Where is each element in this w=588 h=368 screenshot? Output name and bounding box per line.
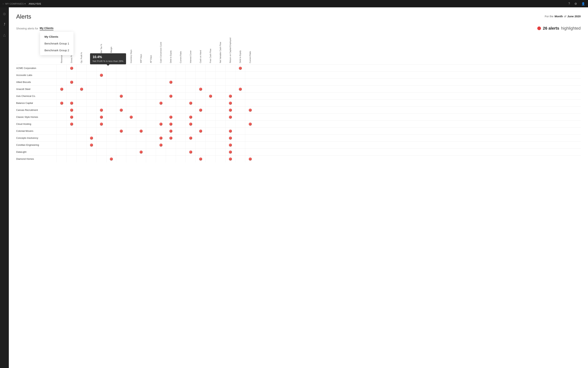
cell-6-7[interactable] — [126, 107, 136, 114]
alert-dot-icon[interactable] — [90, 144, 93, 147]
cell-11-12[interactable] — [176, 142, 186, 148]
cell-12-7[interactable] — [126, 148, 136, 156]
cell-3-10[interactable] — [156, 86, 166, 93]
alert-dot-icon[interactable] — [169, 116, 172, 119]
cell-11-7[interactable] — [126, 142, 136, 148]
cell-4-8[interactable] — [136, 93, 146, 100]
cell-4-19[interactable] — [245, 93, 255, 100]
cell-0-16[interactable] — [215, 65, 225, 72]
cell-10-15[interactable] — [205, 135, 215, 142]
cell-9-18[interactable] — [235, 128, 245, 135]
alert-dot-icon[interactable] — [70, 102, 73, 105]
cell-8-9[interactable] — [146, 120, 156, 128]
cell-7-2[interactable] — [76, 114, 86, 120]
alert-dot-icon[interactable] — [70, 123, 73, 126]
cell-7-11[interactable] — [166, 114, 176, 120]
cell-5-8[interactable] — [136, 100, 146, 107]
cell-4-10[interactable] — [156, 93, 166, 100]
filter-dropdown[interactable]: My Clients — [40, 27, 54, 30]
cell-1-17[interactable] — [225, 72, 235, 79]
cell-6-13[interactable] — [186, 107, 196, 114]
alert-dot-icon[interactable] — [169, 81, 172, 84]
cell-13-14[interactable] — [196, 156, 205, 163]
cell-10-9[interactable] — [146, 135, 156, 142]
cell-1-16[interactable] — [215, 72, 225, 79]
cell-3-9[interactable] — [146, 86, 156, 93]
cell-11-14[interactable] — [196, 142, 205, 148]
cell-1-8[interactable] — [136, 72, 146, 79]
cell-1-1[interactable] — [66, 72, 76, 79]
alert-dot-icon[interactable] — [229, 129, 232, 133]
cell-2-14[interactable] — [196, 79, 205, 86]
cell-13-5[interactable] — [106, 156, 116, 163]
cell-6-1[interactable] — [66, 107, 76, 114]
cell-5-2[interactable] — [76, 100, 86, 107]
cell-8-12[interactable] — [176, 120, 186, 128]
alert-dot-icon[interactable] — [229, 102, 232, 105]
cell-8-11[interactable] — [166, 120, 176, 128]
alert-dot-icon[interactable] — [160, 137, 163, 139]
cell-13-15[interactable] — [205, 156, 215, 163]
cell-6-6[interactable] — [116, 107, 126, 114]
cell-4-13[interactable] — [186, 93, 196, 100]
cell-2-9[interactable] — [146, 79, 156, 86]
alert-dot-icon[interactable] — [90, 137, 93, 139]
cell-0-9[interactable] — [146, 65, 156, 72]
cell-12-3[interactable] — [86, 148, 96, 156]
cell-9-5[interactable] — [106, 128, 116, 135]
cell-11-15[interactable] — [205, 142, 215, 148]
cell-10-5[interactable] — [106, 135, 116, 142]
cell-8-7[interactable] — [126, 120, 136, 128]
cell-6-18[interactable] — [235, 107, 245, 114]
cell-1-6[interactable] — [116, 72, 126, 79]
cell-7-19[interactable] — [245, 114, 255, 120]
alert-dot-icon[interactable] — [189, 137, 192, 139]
cell-13-2[interactable] — [76, 156, 86, 163]
cell-13-1[interactable] — [66, 156, 76, 163]
settings-icon[interactable]: ⚙ — [574, 1, 578, 6]
cell-5-1[interactable] — [66, 100, 76, 107]
cell-10-18[interactable] — [235, 135, 245, 142]
alert-dot-icon[interactable] — [120, 95, 123, 98]
cell-2-17[interactable] — [225, 79, 235, 86]
cell-1-5[interactable] — [106, 72, 116, 79]
cell-11-1[interactable] — [66, 142, 76, 148]
cell-13-12[interactable] — [176, 156, 186, 163]
alert-dot-icon[interactable] — [169, 95, 172, 98]
cell-3-12[interactable] — [176, 86, 186, 93]
cell-5-4[interactable] — [96, 100, 106, 107]
cell-7-5[interactable] — [106, 114, 116, 120]
cell-6-8[interactable] — [136, 107, 146, 114]
cell-1-9[interactable] — [146, 72, 156, 79]
cell-5-7[interactable] — [126, 100, 136, 107]
cell-1-19[interactable] — [245, 72, 255, 79]
cell-13-6[interactable] — [116, 156, 126, 163]
cell-9-2[interactable] — [76, 128, 86, 135]
cell-9-11[interactable] — [166, 128, 176, 135]
cell-1-15[interactable] — [205, 72, 215, 79]
cell-12-6[interactable] — [116, 148, 126, 156]
cell-1-3[interactable] — [86, 72, 96, 79]
cell-3-4[interactable] — [96, 86, 106, 93]
alert-dot-icon[interactable] — [229, 151, 232, 154]
cell-7-4[interactable] — [96, 114, 106, 120]
cell-2-11[interactable] — [166, 79, 176, 86]
cell-10-3[interactable] — [86, 135, 96, 142]
cell-13-10[interactable] — [156, 156, 166, 163]
cell-8-0[interactable] — [57, 120, 66, 128]
cell-9-10[interactable] — [156, 128, 166, 135]
cell-3-6[interactable] — [116, 86, 126, 93]
cell-12-2[interactable] — [76, 148, 86, 156]
cell-4-2[interactable] — [76, 93, 86, 100]
cell-2-13[interactable] — [186, 79, 196, 86]
cell-0-3[interactable] — [86, 65, 96, 72]
cell-11-11[interactable] — [166, 142, 176, 148]
cell-7-13[interactable] — [186, 114, 196, 120]
cell-2-19[interactable] — [245, 79, 255, 86]
cell-8-2[interactable] — [76, 120, 86, 128]
cell-4-14[interactable] — [196, 93, 205, 100]
cell-4-4[interactable] — [96, 93, 106, 100]
cell-5-18[interactable] — [235, 100, 245, 107]
cell-10-2[interactable] — [76, 135, 86, 142]
cell-2-15[interactable] — [205, 79, 215, 86]
